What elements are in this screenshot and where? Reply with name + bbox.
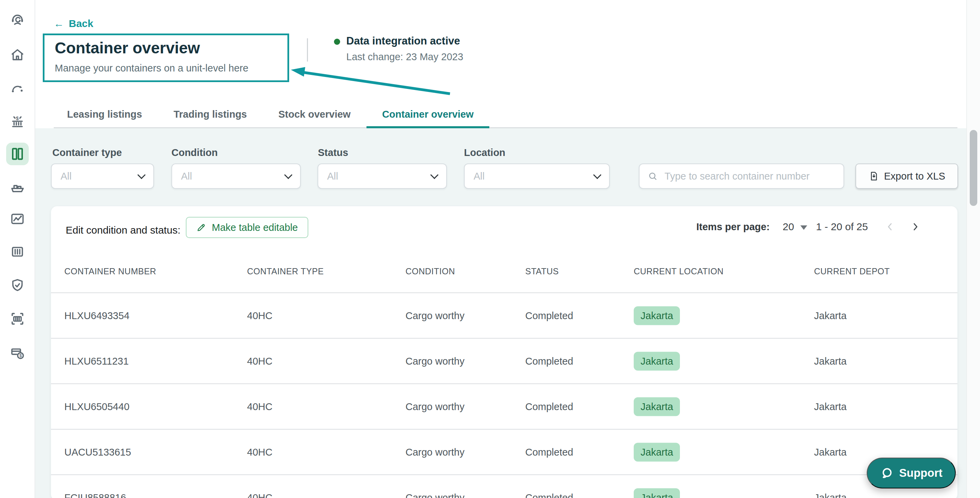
search-icon [648, 171, 658, 182]
col-container-type: CONTAINER TYPE [247, 266, 324, 276]
annotation-arrow [288, 65, 458, 99]
title-highlight-box: Container overview Manage your container… [43, 33, 289, 82]
pagination: Items per page: 20 1 - 20 of 25 [696, 219, 921, 235]
container-scan-icon[interactable] [6, 308, 29, 330]
cell-current-depot: Jakarta [814, 310, 846, 321]
insights-chart-icon[interactable] [6, 208, 29, 230]
search-input[interactable] [664, 170, 835, 182]
container-front-icon[interactable] [6, 241, 29, 263]
support-button[interactable]: Support [867, 458, 956, 488]
cell-container-number: HLXU6505440 [64, 401, 129, 412]
cell-container-number: UACU5133615 [64, 446, 131, 458]
condition-value: All [181, 171, 192, 182]
table-row: HLXU6505440 40HC Cargo worthy Completed … [51, 384, 958, 430]
back-link[interactable]: ← Back [54, 18, 94, 29]
header-divider [307, 38, 308, 62]
file-download-icon [869, 171, 880, 182]
svg-text:$: $ [16, 116, 19, 121]
trading-marketplace-icon[interactable]: $ [6, 111, 29, 133]
page-size-value[interactable]: 20 [783, 221, 794, 233]
cell-condition: Cargo worthy [406, 310, 465, 321]
scrollbar-track [966, 0, 980, 498]
location-badge: Jakarta [634, 442, 680, 462]
home-icon[interactable] [6, 43, 29, 66]
filter-label-container-type: Container type [52, 147, 122, 159]
svg-text:$: $ [19, 353, 22, 358]
status-value: All [327, 171, 338, 182]
page: $ [0, 0, 980, 498]
filter-label-status: Status [318, 147, 348, 159]
sidebar: $ [0, 0, 35, 498]
cell-condition: Cargo worthy [406, 492, 465, 498]
cell-status: Completed [525, 310, 573, 321]
make-table-editable-label: Make table editable [212, 222, 298, 233]
export-label: Export to XLS [884, 171, 945, 182]
chevron-down-icon [593, 171, 601, 179]
location-badge: Jakarta [634, 488, 680, 498]
integration-last-change: Last change: 23 May 2023 [346, 51, 463, 63]
cell-condition: Cargo worthy [406, 355, 465, 367]
scrollbar-thumb[interactable] [970, 130, 977, 206]
chevron-down-icon [430, 171, 438, 179]
chevron-down-icon [137, 171, 145, 179]
cell-container-type: 40HC [247, 492, 272, 498]
tab-stock-overview[interactable]: Stock overview [262, 103, 366, 128]
table-body: HLXU6493354 40HC Cargo worthy Completed … [51, 293, 958, 498]
tab-leasing-listings[interactable]: Leasing listings [51, 103, 158, 128]
cell-container-type: 40HC [247, 355, 272, 367]
cell-current-depot: Jakarta [814, 401, 846, 412]
filter-label-condition: Condition [172, 147, 218, 159]
containers-icon[interactable] [6, 143, 29, 165]
location-badge: Jakarta [634, 397, 680, 416]
location-select[interactable]: All [464, 163, 610, 189]
status-select[interactable]: All [318, 163, 447, 189]
col-current-depot: CURRENT DEPOT [814, 266, 890, 276]
back-arrow-icon: ← [54, 18, 64, 29]
items-per-page-label: Items per page: [696, 221, 770, 233]
chat-bubble-icon [880, 466, 894, 480]
cell-current-depot: Jakarta [814, 446, 846, 458]
vessel-icon[interactable] [6, 176, 29, 199]
container-table-card: Edit condition and status: Make table ed… [51, 206, 958, 498]
redo-arrow-icon[interactable] [6, 77, 29, 100]
billing-card-icon[interactable]: $ [6, 342, 29, 364]
support-label: Support [899, 466, 942, 479]
cell-container-type: 40HC [247, 401, 272, 412]
location-badge: Jakarta [634, 306, 680, 325]
table-row: HLXU6493354 40HC Cargo worthy Completed … [51, 293, 958, 339]
page-subtitle: Manage your containers on a unit-level h… [55, 63, 248, 74]
tab-container-overview[interactable]: Container overview [366, 103, 490, 128]
shield-check-icon[interactable] [6, 274, 29, 297]
cell-container-type: 40HC [247, 310, 272, 321]
table-row: UACU5133615 40HC Cargo worthy Completed … [51, 430, 958, 475]
cell-current-depot: Jakarta [814, 355, 846, 367]
previous-page-button[interactable] [884, 220, 896, 233]
support-agent-icon[interactable] [6, 9, 29, 32]
table-row: FCIU8588816 40HC Cargo worthy Completed … [51, 475, 958, 498]
col-condition: CONDITION [406, 266, 455, 276]
export-to-xls-button[interactable]: Export to XLS [856, 163, 958, 189]
col-current-location: CURRENT LOCATION [634, 266, 724, 276]
col-container-number: CONTAINER NUMBER [64, 266, 156, 276]
tab-trading-listings[interactable]: Trading listings [158, 103, 262, 128]
search-box [639, 163, 844, 189]
cell-condition: Cargo worthy [406, 446, 465, 458]
chevron-left-icon [884, 220, 896, 233]
next-page-button[interactable] [909, 220, 921, 233]
location-badge: Jakarta [634, 352, 680, 370]
condition-select[interactable]: All [172, 163, 301, 189]
edit-condition-label: Edit condition and status: [66, 224, 180, 236]
chevron-right-icon [909, 220, 921, 233]
integration-status: Data integration active [346, 35, 460, 47]
cell-container-type: 40HC [247, 446, 272, 458]
table-row: HLXU6511231 40HC Cargo worthy Completed … [51, 339, 958, 384]
page-size-caret-icon[interactable] [800, 225, 807, 230]
back-label: Back [69, 18, 94, 29]
cell-status: Completed [525, 401, 573, 412]
page-title: Container overview [55, 39, 200, 57]
tab-bar: Leasing listings Trading listings Stock … [51, 103, 489, 128]
cell-status: Completed [525, 446, 573, 458]
make-table-editable-button[interactable]: Make table editable [186, 217, 308, 238]
filter-label-location: Location [464, 147, 505, 159]
container-type-select[interactable]: All [51, 163, 154, 189]
